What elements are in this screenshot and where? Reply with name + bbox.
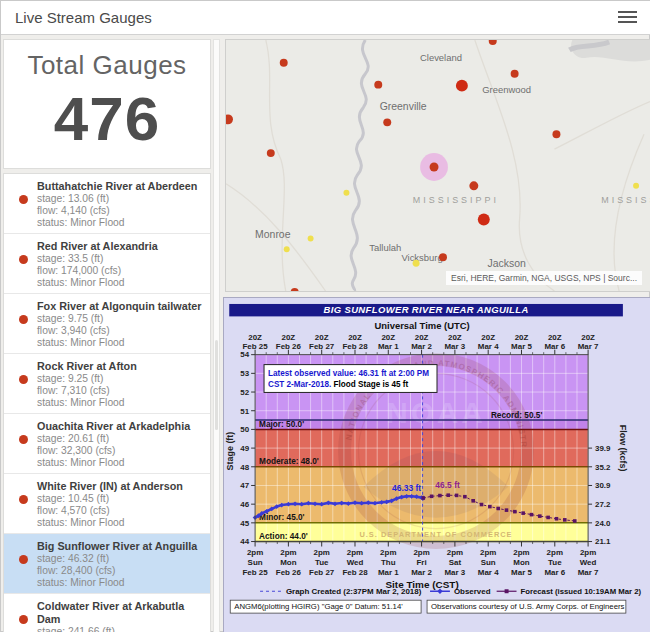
svg-text:Feb 28: Feb 28 <box>342 568 368 577</box>
svg-text:Thu: Thu <box>381 558 396 567</box>
gauge-list-item[interactable]: Fox River at Algonquin tailwaterstage: 9… <box>4 293 210 353</box>
latest-observed-annotation: Latest observed value: 46.31 ft at 2:00 … <box>264 365 437 393</box>
map-gauge-dot[interactable] <box>413 260 420 267</box>
scrollbar-thumb[interactable] <box>215 340 218 430</box>
svg-text:Mar 1: Mar 1 <box>378 342 399 351</box>
gauge-detail-line: status: Minor Flood <box>37 397 137 409</box>
gauge-detail-line: flow: 32,300 (cfs) <box>37 445 190 457</box>
svg-text:2pm: 2pm <box>380 548 396 557</box>
map-gauge-dot[interactable] <box>343 190 349 196</box>
svg-text:2pm: 2pm <box>280 548 296 557</box>
map-gauge-dot[interactable] <box>430 163 439 172</box>
map-gauge-dot[interactable] <box>456 80 468 92</box>
app-window: Live Stream Gauges Total Gauges 476 Butt… <box>0 0 650 632</box>
gauge-status-dot <box>19 495 28 504</box>
gauge-list-item[interactable]: Big Sunflower River at Anguillastage: 46… <box>4 533 210 593</box>
svg-text:NOAA: NOAA <box>386 396 486 429</box>
gauge-list-item[interactable]: Red River at Alexandriastage: 33.5 (ft)f… <box>4 233 210 293</box>
hamburger-menu-icon[interactable] <box>618 11 637 25</box>
gauge-status-dot <box>19 615 28 624</box>
svg-text:2pm: 2pm <box>347 548 363 557</box>
gauge-detail-line: status: Minor Flood <box>37 457 190 469</box>
map-gauge-dot[interactable] <box>633 183 639 189</box>
gauge-detail-line: stage: 13.06 (ft) <box>37 193 197 205</box>
gauge-detail-line: stage: 9.75 (ft) <box>37 313 202 325</box>
map-place-label: Cleveland <box>420 52 462 63</box>
map-gauge-dot[interactable] <box>439 253 447 261</box>
svg-text:Feb 25: Feb 25 <box>243 568 269 577</box>
map-canvas[interactable]: ClevelandGreenwoodGreenvilleMISSISSIPPIM… <box>226 40 650 291</box>
gauge-name: Buttahatchie River at Aberdeen <box>37 178 197 193</box>
map-gauge-dot[interactable] <box>552 130 560 138</box>
svg-text:Mar 4: Mar 4 <box>478 342 499 351</box>
map-gauge-dot[interactable] <box>280 59 288 67</box>
map-place-label: MISSISSIPPI <box>413 195 499 205</box>
map-gauge-dot[interactable] <box>267 149 275 157</box>
svg-text:Graph Created (2:37PM Mar 2, 2: Graph Created (2:37PM Mar 2, 2018) <box>286 587 422 596</box>
svg-text:39.9: 39.9 <box>595 444 611 453</box>
svg-text:20Z: 20Z <box>415 333 429 342</box>
svg-text:Feb 26: Feb 26 <box>276 342 302 351</box>
map-gauge-dot[interactable] <box>308 235 314 241</box>
svg-text:U.S. DEPARTMENT OF COMMERCE: U.S. DEPARTMENT OF COMMERCE <box>359 530 512 539</box>
gauge-list-scrollbar[interactable] <box>213 39 220 632</box>
svg-text:2pm: 2pm <box>480 548 496 557</box>
map-attribution: Esri, HERE, Garmin, NGA, USGS, NPS | Sou… <box>446 271 642 285</box>
gauge-list-item[interactable]: Coldwater River at Arkabutla Damstage: 2… <box>4 593 210 632</box>
chart-footnotes: ANGM6(plotting HGIRG) "Gage 0" Datum: 51… <box>230 600 626 613</box>
gauge-name: Big Sunflower River at Anguilla <box>37 538 197 553</box>
app-header: Live Stream Gauges <box>1 1 650 35</box>
svg-text:Feb 27: Feb 27 <box>309 568 335 577</box>
data-point-label: 46.5 ft <box>435 480 460 490</box>
map-gauge-dot[interactable] <box>511 70 519 78</box>
svg-text:2pm: 2pm <box>447 548 463 557</box>
map-gauge-dot[interactable] <box>383 118 391 126</box>
gauge-detail-line: status: Minor Flood <box>37 577 197 589</box>
total-gauges-value: 476 <box>4 83 210 154</box>
svg-text:30.9: 30.9 <box>595 481 611 490</box>
svg-text:Mar 4: Mar 4 <box>478 568 499 577</box>
svg-text:2pm: 2pm <box>314 548 330 557</box>
svg-text:Record: 50.5': Record: 50.5' <box>491 411 543 420</box>
map-gauge-dot[interactable] <box>284 246 290 252</box>
gauge-list-item[interactable]: Ouachita River at Arkadelphiastage: 20.6… <box>4 413 210 473</box>
svg-text:Feb 27: Feb 27 <box>309 342 335 351</box>
gauge-detail-line: flow: 28,400 (cfs) <box>37 565 197 577</box>
gauge-name: Rock River at Afton <box>37 358 137 373</box>
gauge-name: White River (IN) at Anderson <box>37 478 183 493</box>
svg-text:52: 52 <box>240 388 249 397</box>
svg-text:20Z: 20Z <box>548 333 562 342</box>
map-gauge-dot[interactable] <box>374 81 382 89</box>
svg-text:2pm: 2pm <box>547 548 563 557</box>
gauge-detail-line: status: Minor Flood <box>37 337 202 349</box>
gauge-list-item[interactable]: Rock River at Aftonstage: 9.25 (ft)flow:… <box>4 353 210 413</box>
svg-text:Tue: Tue <box>315 558 329 567</box>
gauge-detail-line: flow: 174,000 (cfs) <box>37 265 158 277</box>
svg-text:Mar 3: Mar 3 <box>445 568 466 577</box>
gauge-detail-line: flow: 4,570 (cfs) <box>37 505 183 517</box>
svg-text:Feb 25: Feb 25 <box>243 342 269 351</box>
svg-text:20Z: 20Z <box>581 333 595 342</box>
svg-text:49: 49 <box>240 444 249 453</box>
map-gauge-dot[interactable] <box>469 181 478 190</box>
total-gauges-label: Total Gauges <box>4 50 210 81</box>
svg-text:Sat: Sat <box>449 558 462 567</box>
gauge-detail-line: flow: 3,940 (cfs) <box>37 325 202 337</box>
top-axis-label: Universal Time (UTC) <box>374 320 469 331</box>
svg-text:Wed: Wed <box>580 558 597 567</box>
svg-text:Observations courtesy of U.S.: Observations courtesy of U.S. Army Corps… <box>431 602 625 611</box>
gauge-status-dot <box>19 435 28 444</box>
svg-text:2pm: 2pm <box>580 548 596 557</box>
gauge-list-item[interactable]: Buttahatchie River at Aberdeenstage: 13.… <box>4 174 210 233</box>
map-gauge-dot[interactable] <box>478 214 490 226</box>
map-place-label: Vicksburg <box>401 252 442 263</box>
svg-text:Mar 5: Mar 5 <box>511 342 532 351</box>
svg-text:Mar 1: Mar 1 <box>378 568 399 577</box>
map[interactable]: ClevelandGreenwoodGreenvilleMISSISSIPPIM… <box>225 39 650 292</box>
svg-text:20Z: 20Z <box>448 333 462 342</box>
svg-text:Sun: Sun <box>248 558 263 567</box>
gauge-list-item[interactable]: White River (IN) at Andersonstage: 10.45… <box>4 473 210 533</box>
svg-text:Mar 5: Mar 5 <box>511 568 532 577</box>
svg-text:46: 46 <box>240 500 249 509</box>
svg-text:20Z: 20Z <box>315 333 329 342</box>
